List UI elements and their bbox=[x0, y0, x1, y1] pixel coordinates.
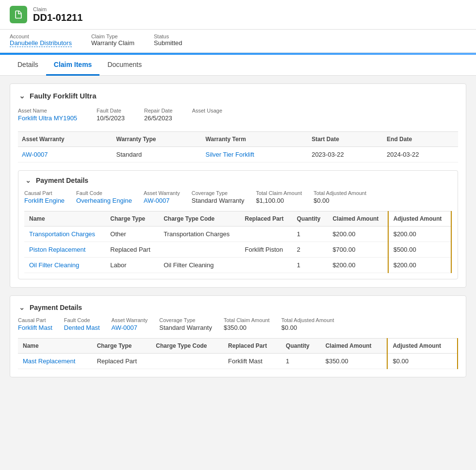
item-link[interactable]: Piston Replacement bbox=[29, 246, 85, 253]
payment-meta-1: Causal Part Forklift Engine Fault Code O… bbox=[24, 190, 452, 204]
causal-part-1-link[interactable]: Forklift Engine bbox=[24, 197, 65, 204]
warranty-table: Asset Warranty Warranty Type Warranty Te… bbox=[18, 131, 458, 162]
warranty-col-start: Start Date bbox=[308, 132, 383, 147]
tab-claim-items[interactable]: Claim Items bbox=[46, 55, 100, 76]
account-field: Account Danubelle Distributors bbox=[10, 33, 72, 47]
item-link[interactable]: Oil Filter Cleaning bbox=[29, 261, 79, 269]
fault-code-2-link[interactable]: Dented Mast bbox=[64, 324, 100, 331]
payment-details-section-2: ⌄ Payment Details Causal Part Forklift M… bbox=[10, 295, 466, 377]
tab-details[interactable]: Details bbox=[10, 55, 46, 76]
table-row: Oil Filter Cleaning Labor Oil Filter Cle… bbox=[24, 258, 451, 273]
table-row: AW-0007 Standard Silver Tier Forklift 20… bbox=[18, 147, 458, 162]
header-label: Claim bbox=[33, 6, 82, 12]
page-title: DD1-01211 bbox=[33, 12, 82, 23]
items-col-name-1: Name bbox=[24, 211, 105, 227]
repair-date-value: 26/5/2023 bbox=[144, 114, 173, 122]
asset-warranty-2: Asset Warranty AW-0007 bbox=[112, 317, 148, 331]
account-label: Account bbox=[10, 33, 72, 39]
repair-date-field: Repair Date 26/5/2023 bbox=[144, 108, 173, 122]
meta-bar: Account Danubelle Distributors Claim Typ… bbox=[0, 30, 476, 53]
chevron-down-icon-2: ⌄ bbox=[24, 177, 32, 184]
total-claim-1: Total Claim Amount $1,100.00 bbox=[256, 190, 302, 204]
item-link[interactable]: Transportation Charges bbox=[29, 230, 95, 238]
warranty-link[interactable]: AW-0007 bbox=[22, 151, 48, 158]
causal-part-2-link[interactable]: Forklift Mast bbox=[18, 324, 52, 331]
section-title: ⌄ Faulty Forklift Ultra bbox=[18, 92, 458, 100]
warranty-col-warranty: Asset Warranty bbox=[18, 132, 113, 147]
payment-details-2-header: ⌄ Payment Details bbox=[18, 304, 458, 311]
items-col-adjusted-1: Adjusted Amount bbox=[388, 211, 451, 227]
asset-warranty-1: Asset Warranty AW-0007 bbox=[144, 190, 180, 204]
items-col-code-2: Charge Type Code bbox=[151, 339, 223, 354]
claim-type-label: Claim Type bbox=[91, 33, 134, 39]
faulty-forklift-section: ⌄ Faulty Forklift Ultra Asset Name Forkl… bbox=[10, 83, 466, 288]
chevron-down-icon: ⌄ bbox=[18, 92, 26, 100]
total-claim-2: Total Claim Amount $350.00 bbox=[224, 317, 270, 331]
items-col-replaced-2: Replaced Part bbox=[223, 339, 281, 354]
items-col-claimed-1: Claimed Amount bbox=[328, 211, 388, 227]
fault-code-1-link[interactable]: Overheating Engine bbox=[76, 197, 132, 204]
payment-meta-2: Causal Part Forklift Mast Fault Code Den… bbox=[18, 317, 458, 331]
status-field: Status Submitted bbox=[154, 33, 182, 47]
payment-details-1: ⌄ Payment Details Causal Part Forklift E… bbox=[18, 170, 458, 279]
coverage-type-1: Coverage Type Standard Warranty bbox=[192, 190, 245, 204]
causal-part-1: Causal Part Forklift Engine bbox=[24, 190, 65, 204]
item-link[interactable]: Mast Replacement bbox=[23, 357, 75, 365]
coverage-type-2: Coverage Type Standard Warranty bbox=[159, 317, 212, 331]
main-content: ⌄ Faulty Forklift Ultra Asset Name Forkl… bbox=[0, 76, 476, 393]
chevron-down-icon-3: ⌄ bbox=[18, 304, 26, 311]
asset-warranty-1-link[interactable]: AW-0007 bbox=[144, 197, 169, 204]
fault-date-value: 10/5/2023 bbox=[97, 114, 125, 122]
asset-details: Asset Name Forklift Ultra MY1905 Fault D… bbox=[18, 108, 458, 122]
items-col-qty-2: Quantity bbox=[281, 339, 321, 354]
fault-code-1: Fault Code Overheating Engine bbox=[76, 190, 132, 204]
asset-name-link[interactable]: Forklift Ultra MY1905 bbox=[18, 114, 77, 122]
table-row: Piston Replacement Replaced Part Forklif… bbox=[24, 242, 451, 258]
warranty-col-end: End Date bbox=[383, 132, 458, 147]
warranty-col-type: Warranty Type bbox=[113, 132, 202, 147]
items-col-code-1: Charge Type Code bbox=[159, 211, 240, 227]
items-table-2: Name Charge Type Charge Type Code Replac… bbox=[18, 338, 458, 369]
status-value: Submitted bbox=[154, 39, 182, 47]
items-col-charge-2: Charge Type bbox=[92, 339, 151, 354]
items-table-1: Name Charge Type Charge Type Code Replac… bbox=[24, 211, 452, 273]
total-adjusted-2: Total Adjusted Amount $0.00 bbox=[281, 317, 334, 331]
asset-warranty-2-link[interactable]: AW-0007 bbox=[112, 324, 137, 331]
table-row: Mast Replacement Replaced Part Forklift … bbox=[18, 354, 458, 369]
warranty-term-link[interactable]: Silver Tier Forklift bbox=[206, 151, 254, 158]
asset-usage-field: Asset Usage bbox=[192, 108, 222, 122]
items-col-charge-1: Charge Type bbox=[105, 211, 159, 227]
total-adjusted-1: Total Adjusted Amount $0.00 bbox=[313, 190, 366, 204]
items-col-claimed-2: Claimed Amount bbox=[321, 339, 388, 354]
asset-name-field: Asset Name Forklift Ultra MY1905 bbox=[18, 108, 77, 122]
items-col-qty-1: Quantity bbox=[292, 211, 328, 227]
status-label: Status bbox=[154, 33, 182, 39]
causal-part-2: Causal Part Forklift Mast bbox=[18, 317, 52, 331]
fault-code-2: Fault Code Dented Mast bbox=[64, 317, 100, 331]
header-text: Claim DD1-01211 bbox=[33, 6, 82, 23]
table-row: Transportation Charges Other Transportat… bbox=[24, 227, 451, 242]
items-col-adjusted-2: Adjusted Amount bbox=[387, 339, 458, 354]
payment-details-1-header: ⌄ Payment Details bbox=[24, 177, 452, 184]
account-link[interactable]: Danubelle Distributors bbox=[10, 39, 72, 47]
claim-type-field: Claim Type Warranty Claim bbox=[91, 33, 134, 47]
items-col-name-2: Name bbox=[18, 339, 92, 354]
warranty-col-term: Warranty Term bbox=[202, 132, 308, 147]
items-col-replaced-1: Replaced Part bbox=[240, 211, 292, 227]
claim-type-value: Warranty Claim bbox=[91, 39, 134, 47]
claim-icon bbox=[10, 6, 27, 23]
fault-date-field: Fault Date 10/5/2023 bbox=[97, 108, 125, 122]
tab-documents[interactable]: Documents bbox=[99, 55, 149, 76]
tabs-bar: Details Claim Items Documents bbox=[0, 55, 476, 76]
